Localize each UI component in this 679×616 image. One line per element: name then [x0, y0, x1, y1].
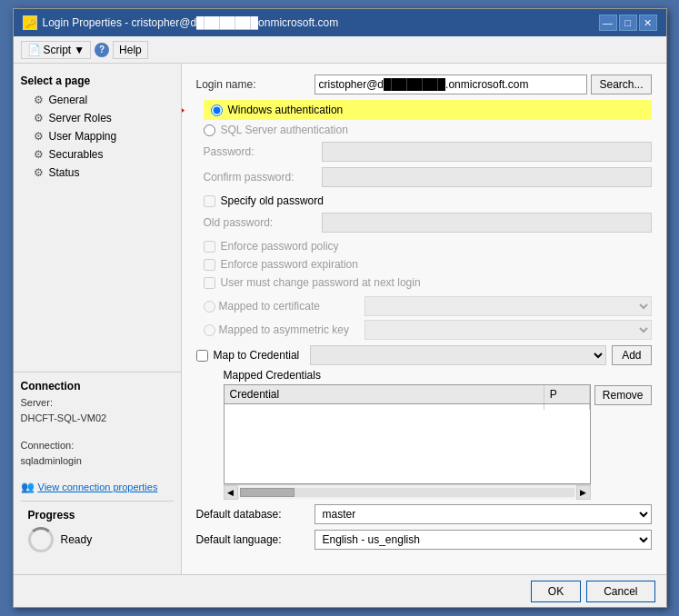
specify-old-password-label: Specify old password [221, 194, 324, 207]
enforce-policy-row: Enforce password policy [196, 238, 652, 254]
title-bar-text: Login Properties - cristopher@d████████o… [43, 16, 339, 29]
scrollbar-track[interactable] [240, 488, 574, 497]
sidebar-item-user-mapping[interactable]: ⚙ User Mapping [21, 127, 174, 145]
map-credential-dropdown[interactable] [310, 345, 606, 365]
user-mapping-icon: ⚙ [34, 130, 44, 143]
mapped-asym-row: Mapped to asymmetric key [196, 320, 652, 340]
default-database-select[interactable]: master [315, 504, 652, 524]
minimize-button[interactable]: — [599, 15, 617, 31]
content-area: Login name: Search... → Windows authenti… [182, 64, 666, 574]
mapped-asym-label: Mapped to asymmetric key [219, 323, 364, 336]
scrollbar-right-arrow[interactable]: ▶ [576, 485, 591, 500]
sidebar-item-general[interactable]: ⚙ General [21, 91, 174, 109]
cancel-button[interactable]: Cancel [586, 581, 654, 602]
sql-auth-label: SQL Server authentication [221, 124, 348, 136]
enforce-policy-checkbox[interactable] [204, 241, 215, 253]
close-button[interactable]: ✕ [639, 15, 657, 31]
mapped-asym-dropdown[interactable] [364, 320, 652, 340]
securables-icon: ⚙ [34, 148, 44, 161]
credentials-table: Credential P [225, 385, 590, 410]
toolbar: 📄 Script ▼ ? Help [14, 36, 666, 64]
windows-auth-container: → Windows authentication [196, 100, 652, 120]
view-connection-properties-link[interactable]: View connection properties [38, 482, 158, 492]
provider-col-header: P [544, 385, 589, 404]
login-name-row: Login name: Search... [196, 75, 652, 94]
sidebar-label-status: Status [49, 166, 80, 179]
help-button[interactable]: Help [113, 41, 148, 59]
old-password-input [322, 213, 652, 233]
specify-old-password-checkbox[interactable] [204, 195, 215, 207]
credential-col-header: Credential [225, 385, 544, 404]
enforce-expiration-checkbox[interactable] [204, 259, 215, 271]
mapped-cert-label: Mapped to certificate [219, 300, 364, 313]
mapped-credentials-section: Mapped Credentials Credential P [196, 369, 652, 499]
connection-section: Connection Server: DHCFT-SQL-VM02 Connec… [21, 380, 174, 493]
sidebar-section-title: Select a page [21, 75, 174, 87]
sql-auth-radio[interactable] [204, 124, 215, 136]
table-row [225, 404, 590, 411]
credentials-col: Mapped Credentials Credential P [196, 369, 591, 499]
user-must-change-checkbox[interactable] [204, 277, 215, 289]
script-icon: 📄 [27, 44, 41, 56]
sidebar-bottom: Connection Server: DHCFT-SQL-VM02 Connec… [14, 372, 181, 567]
default-language-label: Default language: [196, 533, 315, 546]
status-icon: ⚙ [34, 166, 44, 179]
mapped-cert-radio[interactable] [204, 301, 215, 313]
add-credential-button[interactable]: Add [612, 345, 651, 365]
windows-auth-radio[interactable] [211, 104, 223, 116]
login-name-input[interactable] [315, 75, 588, 94]
main-window: 🔑 Login Properties - cristopher@d███████… [13, 8, 667, 608]
confirm-password-label: Confirm password: [204, 171, 322, 184]
connection-value: sqladminlogin [21, 453, 174, 469]
progress-spinner [28, 527, 54, 552]
general-icon: ⚙ [34, 94, 44, 106]
progress-status: Ready [61, 533, 93, 546]
windows-auth-row: Windows authentication [204, 100, 652, 120]
progress-row: Ready [28, 527, 166, 552]
sidebar: Select a page ⚙ General ⚙ Server Roles ⚙… [14, 64, 182, 574]
server-label: Server: [21, 395, 174, 411]
specify-old-password-row: Specify old password [196, 193, 652, 209]
progress-section: Progress Ready [21, 501, 174, 560]
mapped-cert-row: Mapped to certificate [196, 296, 652, 316]
user-must-change-row: User must change password at next login [196, 274, 652, 291]
sidebar-item-securables[interactable]: ⚙ Securables [21, 145, 174, 164]
connection-icon: 👥 [21, 481, 35, 493]
sidebar-pages-section: Select a page ⚙ General ⚙ Server Roles ⚙… [14, 71, 181, 185]
remove-button[interactable]: Remove [594, 385, 652, 405]
title-bar-controls: — □ ✕ [599, 15, 657, 31]
confirm-password-input [322, 167, 652, 187]
windows-auth-label: Windows authentication [228, 104, 344, 116]
map-to-credential-checkbox[interactable] [196, 350, 208, 362]
maximize-button[interactable]: □ [619, 15, 637, 31]
enforce-expiration-label: Enforce password expiration [221, 258, 358, 271]
help-icon: ? [95, 43, 109, 57]
server-roles-icon: ⚙ [34, 112, 44, 124]
mapped-cert-dropdown[interactable] [364, 296, 652, 316]
credentials-table-container: Credential P [224, 384, 591, 484]
script-button[interactable]: 📄 Script ▼ [21, 41, 92, 59]
horizontal-scrollbar[interactable]: ◀ ▶ [224, 484, 591, 499]
sidebar-item-status[interactable]: ⚙ Status [21, 164, 174, 182]
enforce-expiration-row: Enforce password expiration [196, 256, 652, 273]
connection-label: Connection: [21, 438, 174, 453]
sidebar-label-general: General [49, 94, 88, 106]
mapped-asym-radio[interactable] [204, 324, 215, 336]
window-icon: 🔑 [23, 15, 37, 30]
default-database-label: Default database: [196, 508, 315, 521]
sidebar-item-server-roles[interactable]: ⚙ Server Roles [21, 109, 174, 127]
mapped-credentials-label: Mapped Credentials [224, 369, 591, 382]
default-language-row: Default language: English - us_english [196, 530, 652, 550]
search-button[interactable]: Search... [591, 75, 651, 94]
sql-auth-row: SQL Server authentication [196, 122, 652, 138]
server-value: DHCFT-SQL-VM02 [21, 411, 174, 426]
confirm-password-row: Confirm password: [196, 167, 652, 187]
default-language-select[interactable]: English - us_english [315, 530, 652, 550]
scrollbar-left-arrow[interactable]: ◀ [224, 485, 238, 500]
title-bar-left: 🔑 Login Properties - cristopher@d███████… [23, 15, 339, 30]
footer: OK Cancel [14, 574, 666, 607]
ok-button[interactable]: OK [531, 581, 581, 602]
scrollbar-thumb[interactable] [240, 488, 295, 497]
title-bar: 🔑 Login Properties - cristopher@d███████… [14, 9, 666, 36]
default-database-row: Default database: master [196, 504, 652, 524]
